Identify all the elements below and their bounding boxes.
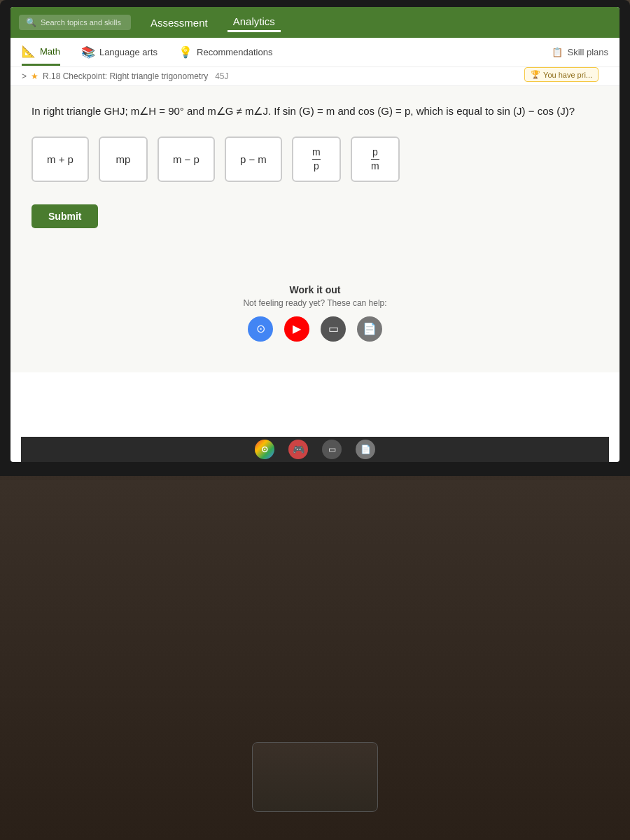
choice-f-denominator: m: [371, 160, 379, 172]
skill-plans-button[interactable]: 📋 Skill plans: [552, 47, 608, 57]
choice-b[interactable]: mp: [99, 136, 148, 182]
star-icon: ★: [31, 71, 38, 81]
choice-d-label: p − m: [240, 153, 267, 165]
top-nav: 🔍 Search topics and skills Assessment An…: [10, 7, 620, 38]
sub-nav-recommendations[interactable]: 💡 Recommendations: [178, 40, 272, 64]
sub-nav-math[interactable]: 📐 Math: [22, 39, 60, 66]
choice-f-fraction: p m: [371, 146, 379, 172]
prize-text: You have pri...: [543, 71, 592, 79]
submit-button[interactable]: Submit: [31, 204, 98, 228]
language-icon: 📚: [81, 46, 95, 59]
sub-nav: 📐 Math 📚 Language arts 💡 Recommendations…: [10, 38, 620, 67]
search-placeholder: Search topics and skills: [41, 18, 121, 27]
nav-item-assessment[interactable]: Assessment: [145, 14, 214, 31]
prize-banner[interactable]: 🏆 You have pri...: [524, 67, 598, 82]
sub-nav-math-label: Math: [40, 46, 60, 57]
choice-d[interactable]: p − m: [225, 136, 282, 182]
choice-e[interactable]: m p: [292, 136, 341, 182]
math-icon: 📐: [22, 45, 36, 58]
document-icon[interactable]: 📄: [357, 316, 382, 342]
screen-bezel: 🔍 Search topics and skills Assessment An…: [0, 0, 630, 476]
screen: 🔍 Search topics and skills Assessment An…: [10, 7, 620, 462]
taskbar-app1[interactable]: 🎮: [288, 440, 308, 459]
sub-nav-recommendations-label: Recommendations: [197, 47, 272, 57]
breadcrumb-code: 45J: [215, 71, 228, 81]
choice-a[interactable]: m + p: [31, 136, 89, 182]
laptop-shell: 🔍 Search topics and skills Assessment An…: [0, 0, 630, 840]
choice-c-label: m − p: [173, 153, 200, 165]
help-icons: ⊙ ▶ ▭ 📄: [46, 316, 584, 342]
sub-nav-language[interactable]: 📚 Language arts: [81, 40, 158, 64]
taskbar-monitor[interactable]: ▭: [322, 440, 342, 459]
main-content: In right triangle GHJ; m∠H = 90° and m∠G…: [10, 86, 620, 372]
skill-plans-label: Skill plans: [567, 47, 608, 57]
breadcrumb-text: R.18 Checkpoint: Right triangle trigonom…: [43, 71, 208, 81]
touchpad[interactable]: [252, 742, 378, 812]
skill-plans-icon: 📋: [552, 47, 563, 57]
choice-f-numerator: p: [371, 146, 379, 160]
choice-e-fraction: m p: [312, 146, 321, 172]
work-it-out-section: Work it out Not feeling ready yet? These…: [31, 270, 598, 356]
choice-e-numerator: m: [312, 146, 321, 160]
work-it-out-title: Work it out: [46, 284, 584, 295]
search-bar[interactable]: 🔍 Search topics and skills: [19, 15, 131, 30]
nav-item-analytics[interactable]: Analytics: [227, 13, 281, 32]
choice-b-label: mp: [116, 153, 131, 165]
choice-a-label: m + p: [47, 153, 74, 165]
chrome-icon[interactable]: ⊙: [248, 316, 273, 342]
breadcrumb-separator: >: [22, 71, 27, 81]
taskbar-app2[interactable]: 📄: [356, 440, 375, 459]
taskbar: ⊙ 🎮 ▭ 📄: [21, 437, 609, 462]
choice-e-denominator: p: [314, 160, 319, 172]
search-icon: 🔍: [26, 18, 36, 27]
trophy-icon: 🏆: [531, 70, 540, 79]
choice-f[interactable]: p m: [351, 136, 400, 182]
sub-nav-language-label: Language arts: [99, 47, 158, 57]
work-it-out-subtitle: Not feeling ready yet? These can help:: [46, 298, 584, 308]
laptop-bottom: // Speaker dots drawn via DOM for(let i=…: [0, 480, 630, 840]
taskbar-chrome[interactable]: ⊙: [255, 440, 274, 459]
youtube-icon[interactable]: ▶: [284, 316, 309, 342]
answer-choices: m + p mp m − p p − m m: [31, 136, 598, 182]
recommendations-icon: 💡: [178, 46, 192, 59]
question-text: In right triangle GHJ; m∠H = 90° and m∠G…: [31, 103, 598, 120]
choice-c[interactable]: m − p: [158, 136, 215, 182]
monitor-icon[interactable]: ▭: [321, 316, 346, 342]
